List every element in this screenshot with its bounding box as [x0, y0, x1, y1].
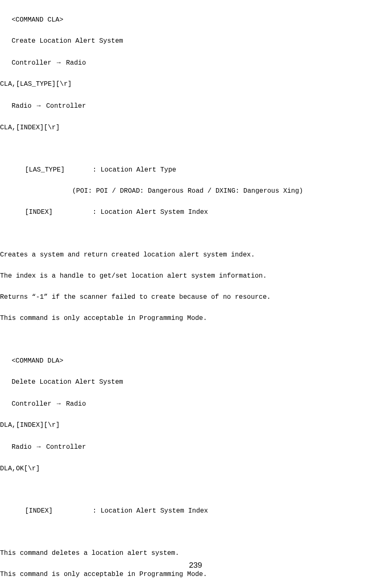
cla-param2: [INDEX] : Location Alert System Index — [0, 207, 391, 218]
cla-param1: [LAS_TYPE] : Location Alert Type — [0, 165, 391, 176]
cla-desc4: This command is only acceptable in Progr… — [0, 313, 391, 324]
cla-param1-values: (POI: POI / DROAD: Dangerous Road / DXIN… — [0, 186, 391, 197]
dla-title: Delete Location Alert System — [0, 377, 391, 388]
cla-desc1: Creates a system and return created loca… — [0, 250, 391, 261]
dla-desc1: This command deletes a location alert sy… — [0, 548, 391, 559]
arrow-icon: → — [36, 443, 42, 450]
cla-desc2: The index is a handle to get/set locatio… — [0, 271, 391, 282]
arrow-icon: → — [36, 102, 42, 109]
cla-c2r-label: Controller → Radio — [0, 57, 391, 69]
dla-r2c-label: Radio → Controller — [0, 441, 391, 453]
cla-desc3: Returns “-1” if the scanner failed to cr… — [0, 292, 391, 303]
document-body: <COMMAND CLA> Create Location Alert Syst… — [0, 0, 391, 588]
cla-header: <COMMAND CLA> — [0, 15, 391, 26]
dla-c2r-label: Controller → Radio — [0, 398, 391, 410]
arrow-icon: → — [56, 59, 62, 66]
dla-header: <COMMAND DLA> — [0, 356, 391, 367]
dla-param1: [INDEX] : Location Alert System Index — [0, 506, 391, 517]
page-number: 239 — [0, 559, 391, 571]
cla-r2c-syntax: CLA,[INDEX][\r] — [0, 123, 391, 133]
cla-c2r-syntax: CLA,[LAS_TYPE][\r] — [0, 79, 391, 90]
dla-c2r-syntax: DLA,[INDEX][\r] — [0, 420, 391, 431]
cla-r2c-label: Radio → Controller — [0, 100, 391, 112]
cla-title: Create Location Alert System — [0, 36, 391, 47]
arrow-icon: → — [56, 400, 62, 407]
dla-r2c-syntax: DLA,OK[\r] — [0, 464, 391, 474]
